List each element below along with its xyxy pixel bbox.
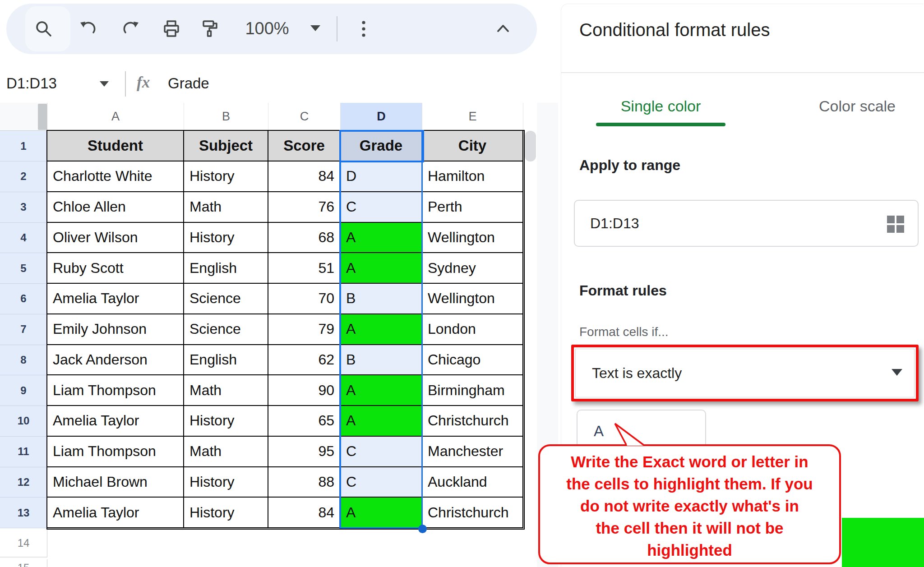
- column-header-B[interactable]: B: [184, 103, 268, 131]
- cell-subject-row13[interactable]: History: [184, 498, 268, 528]
- cell-grade-row6[interactable]: B: [341, 284, 422, 314]
- condition-dropdown-caret-icon[interactable]: [892, 369, 902, 376]
- cell-subject-row2[interactable]: History: [184, 161, 268, 192]
- zoom-dropdown-caret-icon[interactable]: [310, 25, 320, 31]
- cell-student-row2[interactable]: Charlotte White: [47, 161, 184, 192]
- header-cell-city[interactable]: City: [422, 131, 523, 161]
- cell-score-row8[interactable]: 62: [268, 345, 341, 376]
- cell-city-row6[interactable]: Wellington: [422, 284, 523, 314]
- cell-city-row4[interactable]: Wellington: [422, 223, 523, 254]
- cell-subject-row9[interactable]: Math: [184, 375, 268, 406]
- cell-score-row11[interactable]: 95: [268, 437, 341, 467]
- column-header-E[interactable]: E: [422, 103, 523, 131]
- cell-grade-row7[interactable]: A: [341, 314, 422, 345]
- cell-subject-row8[interactable]: English: [184, 345, 268, 376]
- cell-grade-row10[interactable]: A: [341, 406, 422, 437]
- cell-student-row13[interactable]: Amelia Taylor: [47, 498, 184, 528]
- tab-color-scale[interactable]: Color scale: [794, 97, 920, 115]
- cell-subject-row4[interactable]: History: [184, 223, 268, 254]
- cell-student-row8[interactable]: Jack Anderson: [47, 345, 184, 376]
- cell-student-row4[interactable]: Oliver Wilson: [47, 223, 184, 254]
- row-header-14[interactable]: 14: [0, 529, 47, 558]
- row-header-13[interactable]: 13: [0, 498, 47, 528]
- select-range-grid-icon[interactable]: [885, 214, 906, 236]
- row-header-12[interactable]: 12: [0, 467, 47, 498]
- tab-single-color[interactable]: Single color: [596, 97, 725, 115]
- cell-subject-row12[interactable]: History: [184, 467, 268, 498]
- range-input[interactable]: D1:D13: [574, 200, 919, 247]
- cell-student-row3[interactable]: Chloe Allen: [47, 192, 184, 223]
- cell-score-row7[interactable]: 79: [268, 314, 341, 345]
- cell-student-row12[interactable]: Michael Brown: [47, 467, 184, 498]
- cell-subject-row11[interactable]: Math: [184, 437, 268, 467]
- row-header-5[interactable]: 5: [0, 253, 47, 284]
- collapse-toolbar-chevron-icon[interactable]: [492, 18, 514, 40]
- cell-city-row5[interactable]: Sydney: [422, 253, 523, 284]
- cell-subject-row3[interactable]: Math: [184, 192, 268, 223]
- search-icon[interactable]: [33, 18, 55, 40]
- row-header-7[interactable]: 7: [0, 314, 47, 345]
- paint-format-icon[interactable]: [200, 18, 222, 40]
- column-header-D[interactable]: D: [341, 103, 422, 131]
- cell-student-row6[interactable]: Amelia Taylor: [47, 284, 184, 314]
- row-header-10[interactable]: 10: [0, 406, 47, 437]
- cell-city-row9[interactable]: Birmingham: [422, 375, 523, 406]
- row-header-15[interactable]: 15: [0, 559, 47, 567]
- row-header-4[interactable]: 4: [0, 223, 47, 254]
- cell-score-row9[interactable]: 90: [268, 375, 341, 406]
- row-header-3[interactable]: 3: [0, 192, 47, 223]
- header-cell-student[interactable]: Student: [47, 131, 184, 161]
- cell-subject-row5[interactable]: English: [184, 253, 268, 284]
- cell-student-row10[interactable]: Amelia Taylor: [47, 406, 184, 437]
- column-header-A[interactable]: A: [47, 103, 184, 131]
- cell-grade-row11[interactable]: C: [341, 437, 422, 467]
- condition-dropdown[interactable]: Text is exactly: [575, 349, 915, 397]
- redo-icon[interactable]: [120, 18, 142, 40]
- cell-subject-row6[interactable]: Science: [184, 284, 268, 314]
- cell-city-row13[interactable]: Christchurch: [422, 498, 523, 528]
- cell-score-row10[interactable]: 65: [268, 406, 341, 437]
- cell-student-row9[interactable]: Liam Thompson: [47, 375, 184, 406]
- header-cell-score[interactable]: Score: [268, 131, 341, 161]
- cell-student-row11[interactable]: Liam Thompson: [47, 437, 184, 467]
- cell-score-row12[interactable]: 88: [268, 467, 341, 498]
- fill-handle[interactable]: [418, 525, 427, 533]
- name-box-caret-icon[interactable]: [100, 81, 109, 87]
- cell-grade-row5[interactable]: A: [341, 253, 422, 284]
- cell-grade-row9[interactable]: A: [341, 375, 422, 406]
- cell-grade-row3[interactable]: C: [341, 192, 422, 223]
- cell-subject-row10[interactable]: History: [184, 406, 268, 437]
- cell-subject-row7[interactable]: Science: [184, 314, 268, 345]
- cell-score-row6[interactable]: 70: [268, 284, 341, 314]
- formula-bar-value[interactable]: Grade: [168, 75, 209, 92]
- column-header-C[interactable]: C: [268, 103, 341, 131]
- cell-student-row5[interactable]: Ruby Scott: [47, 253, 184, 284]
- zoom-level[interactable]: 100%: [241, 19, 293, 38]
- row-header-8[interactable]: 8: [0, 345, 47, 376]
- vertical-scrollbar[interactable]: [525, 131, 536, 161]
- row-header-11[interactable]: 11: [0, 437, 47, 467]
- cell-city-row11[interactable]: Manchester: [422, 437, 523, 467]
- undo-icon[interactable]: [77, 18, 99, 40]
- cell-city-row3[interactable]: Perth: [422, 192, 523, 223]
- cell-grade-row4[interactable]: A: [341, 223, 422, 254]
- cell-score-row5[interactable]: 51: [268, 253, 341, 284]
- cell-city-row12[interactable]: Auckland: [422, 467, 523, 498]
- cell-score-row4[interactable]: 68: [268, 223, 341, 254]
- row-header-6[interactable]: 6: [0, 284, 47, 314]
- name-box[interactable]: D1:D13: [6, 75, 57, 92]
- cell-score-row2[interactable]: 84: [268, 161, 341, 192]
- row-header-1[interactable]: 1: [0, 131, 47, 161]
- cell-grade-row12[interactable]: C: [341, 467, 422, 498]
- cell-student-row7[interactable]: Emily Johnson: [47, 314, 184, 345]
- kebab-menu-icon[interactable]: [353, 18, 374, 40]
- cell-grade-row2[interactable]: D: [341, 161, 422, 192]
- cell-city-row2[interactable]: Hamilton: [422, 161, 523, 192]
- cell-score-row13[interactable]: 84: [268, 498, 341, 528]
- cell-grade-row8[interactable]: B: [341, 345, 422, 376]
- row-header-2[interactable]: 2: [0, 161, 47, 192]
- cell-city-row7[interactable]: London: [422, 314, 523, 345]
- print-icon[interactable]: [161, 18, 182, 40]
- cell-city-row10[interactable]: Christchurch: [422, 406, 523, 437]
- header-cell-subject[interactable]: Subject: [184, 131, 268, 161]
